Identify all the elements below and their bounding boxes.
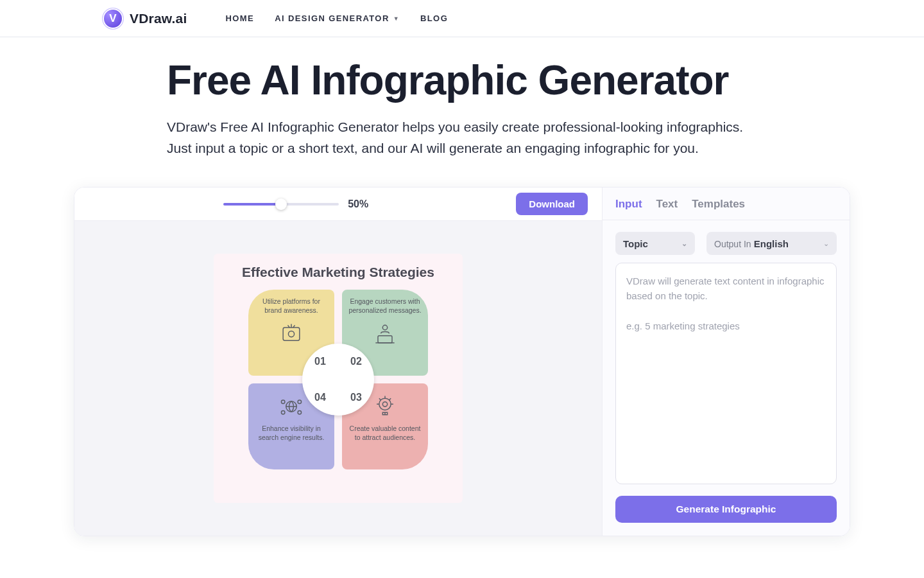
quad-number-2: 02 xyxy=(338,344,374,380)
download-button[interactable]: Download xyxy=(516,193,588,215)
hero: Free AI Infographic Generator VDraw's Fr… xyxy=(0,37,924,165)
svg-point-9 xyxy=(281,411,285,415)
svg-rect-0 xyxy=(283,328,300,340)
zoom-value: 50% xyxy=(348,198,368,210)
tab-templates[interactable]: Templates xyxy=(692,198,745,211)
chevron-down-icon: ▼ xyxy=(393,15,400,22)
quad-number-3: 03 xyxy=(338,380,374,416)
tab-input[interactable]: Input xyxy=(615,198,642,211)
canvas[interactable]: Effective Marketing Strategies Utilize p… xyxy=(74,221,602,536)
top-nav: V VDraw.ai HOME AI DESIGN GENERATOR ▼ BL… xyxy=(0,0,924,37)
generate-button[interactable]: Generate Infographic xyxy=(615,496,837,523)
svg-point-8 xyxy=(298,400,302,404)
quad-2-text: Engage customers with personalized messa… xyxy=(348,297,422,315)
brand-name: VDraw.ai xyxy=(130,11,187,26)
tab-text[interactable]: Text xyxy=(656,198,678,211)
output-language-value: English xyxy=(754,238,789,249)
brand[interactable]: V VDraw.ai xyxy=(103,8,187,29)
topic-select[interactable]: Topic ⌄ xyxy=(615,232,695,255)
page-title: Free AI Infographic Generator xyxy=(167,57,757,104)
topic-select-label: Topic xyxy=(623,238,648,249)
output-language-select[interactable]: Output In English ⌄ xyxy=(706,232,837,255)
lightbulb-gear-icon xyxy=(371,392,399,421)
svg-point-2 xyxy=(382,325,387,329)
zoom-slider-thumb[interactable] xyxy=(275,198,287,210)
globe-network-icon xyxy=(277,392,305,421)
zoom-control: 50% xyxy=(223,198,368,210)
chevron-down-icon: ⌄ xyxy=(681,240,687,248)
quad-3-text: Create valuable content to attract audie… xyxy=(348,425,422,442)
panel-tabs: Input Text Templates xyxy=(603,188,850,220)
nav-items: HOME AI DESIGN GENERATOR ▼ BLOG xyxy=(226,13,449,23)
output-language-prefix: Output In xyxy=(714,239,751,249)
quad-number-4: 04 xyxy=(302,380,338,416)
app-shell: 50% Download Effective Marketing Strateg… xyxy=(74,187,850,536)
svg-point-10 xyxy=(298,411,302,415)
badge-icon xyxy=(277,320,305,349)
svg-point-1 xyxy=(288,331,294,337)
quad-number-1: 01 xyxy=(302,344,338,380)
svg-point-7 xyxy=(281,400,285,404)
canvas-stage: 50% Download Effective Marketing Strateg… xyxy=(74,188,602,536)
nav-ai-design-generator[interactable]: AI DESIGN GENERATOR ▼ xyxy=(275,13,400,23)
infographic-quadrants: Utilize platforms for brand awareness. E… xyxy=(248,290,428,469)
brand-logo-icon: V xyxy=(103,8,123,29)
nav-blog[interactable]: BLOG xyxy=(420,13,448,23)
quad-numbers: 01 02 04 03 xyxy=(302,344,374,416)
svg-rect-3 xyxy=(378,335,392,342)
panel-controls: Topic ⌄ Output In English ⌄ xyxy=(603,220,850,263)
infographic-title: Effective Marketing Strategies xyxy=(227,264,450,281)
quad-4-text: Enhance visibility in search engine resu… xyxy=(255,425,328,442)
quad-1-text: Utilize platforms for brand awareness. xyxy=(255,297,328,315)
stage-toolbar: 50% Download xyxy=(74,188,602,221)
chevron-down-icon: ⌄ xyxy=(823,240,829,248)
zoom-slider[interactable] xyxy=(223,203,339,206)
page-subtitle: VDraw's Free AI Infographic Generator he… xyxy=(167,117,757,159)
infographic-preview: Effective Marketing Strategies Utilize p… xyxy=(214,254,463,503)
nav-home[interactable]: HOME xyxy=(226,13,255,23)
prompt-input[interactable]: VDraw will generate text content in info… xyxy=(615,263,837,484)
side-panel: Input Text Templates Topic ⌄ Output In E… xyxy=(602,188,850,536)
person-laptop-icon xyxy=(371,320,399,349)
svg-point-5 xyxy=(382,402,387,407)
nav-generator-label: AI DESIGN GENERATOR xyxy=(275,13,389,23)
